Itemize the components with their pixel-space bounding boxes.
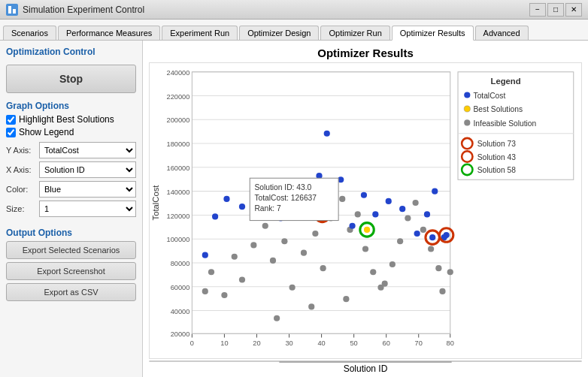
svg-point-52 [262, 223, 268, 229]
svg-point-71 [428, 246, 434, 252]
tab-scenarios[interactable]: Scenarios [3, 26, 56, 40]
svg-point-57 [312, 231, 318, 237]
y-axis-select[interactable]: TotalCost [39, 142, 136, 158]
svg-point-69 [413, 200, 419, 206]
svg-point-95 [399, 206, 405, 212]
svg-point-51 [250, 242, 256, 248]
export-csv-button[interactable]: Export as CSV [6, 283, 136, 301]
tab-bar: Scenarios Performance Measures Experimen… [0, 20, 588, 41]
svg-text:Solution 73: Solution 73 [477, 140, 517, 148]
svg-text:Solution 43: Solution 43 [477, 153, 517, 161]
x-axis-label: Solution ID [149, 363, 582, 374]
tab-optimizer-results[interactable]: Optimizer Results [392, 26, 474, 41]
svg-point-49 [232, 254, 238, 260]
svg-point-77 [343, 296, 349, 302]
svg-text:220000: 220000 [167, 93, 190, 101]
color-label: Color: [6, 185, 36, 194]
svg-text:80: 80 [447, 339, 454, 347]
tab-advanced[interactable]: Advanced [475, 26, 529, 40]
title-bar: Simulation Experiment Control − □ ✕ [0, 0, 588, 20]
svg-text:200000: 200000 [167, 116, 190, 124]
svg-text:80000: 80000 [171, 260, 190, 267]
window-controls: − □ ✕ [529, 3, 582, 17]
svg-point-66 [389, 261, 396, 267]
svg-point-56 [301, 250, 307, 256]
svg-point-48 [221, 292, 227, 298]
svg-text:40000: 40000 [171, 308, 190, 315]
svg-text:20000: 20000 [171, 330, 190, 338]
show-legend-checkbox[interactable] [6, 128, 16, 137]
close-button[interactable]: ✕ [565, 3, 582, 17]
color-row: Color: Blue [6, 181, 136, 198]
svg-text:50: 50 [350, 339, 357, 347]
svg-text:Solution 58: Solution 58 [477, 166, 517, 174]
x-axis-label: X Axis: [6, 165, 36, 174]
svg-point-47 [208, 269, 214, 275]
tab-optimizer-run[interactable]: Optimizer Run [320, 26, 389, 40]
window-title: Simulation Experiment Control [23, 5, 529, 15]
svg-point-67 [397, 238, 403, 244]
export-screenshot-button[interactable]: Export Screenshot [6, 262, 136, 280]
svg-text:70: 70 [415, 339, 423, 347]
size-label: Size: [6, 204, 36, 213]
graph-options-title: Graph Options [6, 101, 136, 111]
svg-text:180000: 180000 [167, 140, 190, 148]
svg-text:Infeasible Solution: Infeasible Solution [474, 119, 537, 128]
svg-point-62 [355, 211, 361, 217]
svg-text:140000: 140000 [167, 188, 190, 196]
svg-point-54 [281, 238, 287, 244]
minimize-button[interactable]: − [529, 3, 546, 17]
svg-point-75 [274, 315, 280, 321]
export-selected-button[interactable]: Export Selected Scenarios [6, 241, 136, 259]
svg-text:160000: 160000 [167, 164, 190, 172]
svg-point-96 [414, 231, 420, 237]
highlight-checkbox[interactable] [6, 115, 16, 125]
stop-button[interactable]: Stop [6, 65, 136, 93]
svg-rect-1 [13, 9, 16, 14]
size-select[interactable]: 1 [39, 201, 136, 217]
size-row: Size: 1 [6, 201, 136, 217]
svg-point-50 [239, 276, 245, 282]
tab-optimizer-design[interactable]: Optimizer Design [239, 26, 319, 40]
svg-text:100000: 100000 [167, 236, 190, 243]
svg-text:20: 20 [253, 339, 260, 347]
scrollbar-thumb[interactable] [279, 361, 452, 363]
svg-point-118 [464, 119, 470, 125]
tab-experiment-run[interactable]: Experiment Run [162, 26, 238, 40]
chart-title: Optimizer Results [149, 47, 582, 59]
svg-text:TotalCost: 126637: TotalCost: 126637 [254, 194, 317, 202]
chart-svg: TotalCost 240000 220000 200000 [150, 63, 581, 358]
x-axis-row: X Axis: Solution ID [6, 161, 136, 178]
svg-text:Legend: Legend [491, 77, 521, 86]
svg-point-103 [364, 227, 370, 233]
app-icon [6, 4, 18, 16]
svg-point-70 [420, 227, 426, 233]
svg-text:120000: 120000 [167, 213, 190, 220]
svg-point-64 [370, 269, 376, 275]
svg-text:10: 10 [220, 339, 228, 347]
svg-point-68 [405, 215, 411, 221]
x-axis-select[interactable]: Solution ID [39, 161, 136, 178]
svg-text:60000: 60000 [171, 284, 190, 291]
left-panel: Optimization Control Stop Graph Options … [0, 41, 143, 377]
svg-text:Solution ID: 43.0: Solution ID: 43.0 [254, 183, 311, 192]
tab-performance[interactable]: Performance Measures [58, 26, 160, 40]
svg-text:0: 0 [190, 339, 194, 347]
color-select[interactable]: Blue [39, 181, 136, 198]
show-legend-row: Show Legend [6, 127, 136, 137]
svg-point-55 [289, 285, 296, 291]
svg-point-114 [464, 92, 470, 98]
horizontal-scrollbar[interactable] [149, 360, 582, 362]
svg-text:40: 40 [317, 339, 325, 347]
show-legend-label: Show Legend [19, 127, 74, 137]
highlight-row: Highlight Best Solutions [6, 114, 136, 125]
maximize-button[interactable]: □ [547, 3, 564, 17]
svg-text:Rank: 7: Rank: 7 [254, 204, 281, 213]
svg-point-107 [444, 232, 450, 238]
svg-point-98 [432, 188, 438, 195]
svg-rect-0 [8, 6, 11, 14]
svg-point-74 [447, 269, 453, 275]
y-axis-label: Y Axis: [6, 146, 36, 155]
svg-point-94 [386, 198, 392, 204]
chart-area[interactable]: TotalCost 240000 220000 200000 [149, 62, 582, 359]
